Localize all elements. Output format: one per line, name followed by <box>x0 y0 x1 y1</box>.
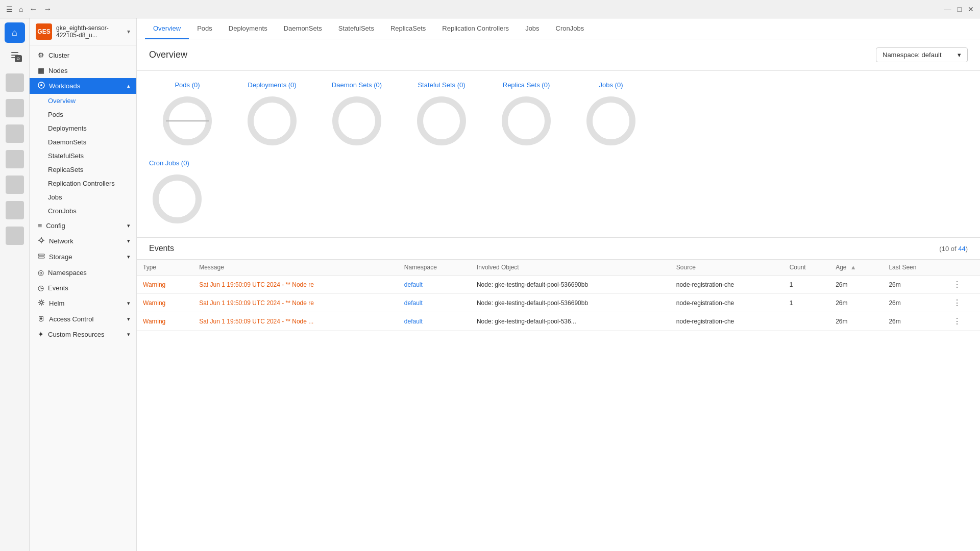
svg-line-20 <box>39 304 40 305</box>
tab-daemonsets[interactable]: DaemonSets <box>276 18 330 39</box>
events-section: Events (10 of 44) Type Message Namespace… <box>137 237 980 331</box>
row1-count: 1 <box>783 276 829 294</box>
sidebar-item-custom-resources[interactable]: ✦ Custom Resources ▾ <box>30 327 136 342</box>
sidebar-item-events[interactable]: ◷ Events <box>30 280 136 295</box>
svg-rect-11 <box>38 257 44 258</box>
sidebar-subitem-daemonsets[interactable]: DaemonSets <box>30 135 136 149</box>
events-count-link[interactable]: 44 <box>958 245 965 253</box>
sidebar-item-helm[interactable]: Helm ▾ <box>30 295 136 311</box>
workloads-chevron-icon: ▴ <box>127 83 130 89</box>
svg-rect-0 <box>11 52 18 53</box>
row3-type: Warning <box>137 312 193 331</box>
row2-namespace[interactable]: default <box>398 294 471 312</box>
donut-cron-jobs <box>149 171 205 227</box>
overview-header: Overview Namespace: default ▾ <box>137 39 980 71</box>
chart-link-replica-sets[interactable]: Replica Sets (0) <box>503 81 550 89</box>
chart-deployments: Deployments (0) <box>234 81 310 149</box>
content-area: Overview Namespace: default ▾ Pods (0) <box>137 39 980 551</box>
chart-link-daemon-sets[interactable]: Daemon Sets (0) <box>332 81 382 89</box>
chart-link-stateful-sets[interactable]: Stateful Sets (0) <box>418 81 465 89</box>
tab-replication-controllers[interactable]: Replication Controllers <box>434 18 517 39</box>
cluster-chevron-icon: ▾ <box>127 28 130 35</box>
sidebar-item-cluster[interactable]: ⚙ Cluster <box>30 47 136 63</box>
row1-involved-object: Node: gke-testing-default-pool-536690bb <box>471 276 670 294</box>
sidebar-subitem-overview[interactable]: Overview <box>30 94 136 108</box>
sidebar-item-label-cluster: Cluster <box>48 52 69 59</box>
tab-pods[interactable]: Pods <box>189 18 220 39</box>
cluster-selector[interactable]: GES gke_eighth-sensor-422105-d8_u... ▾ <box>30 18 136 45</box>
sidebar-subitem-deployments[interactable]: Deployments <box>30 121 136 135</box>
col-age[interactable]: Age ▲ <box>829 260 883 276</box>
row1-last-seen: 26m <box>883 276 947 294</box>
tab-bar: Overview Pods Deployments DaemonSets Sta… <box>137 18 980 39</box>
namespace-selector[interactable]: Namespace: default ▾ <box>876 47 968 62</box>
menu-icon[interactable]: ☰ <box>6 5 13 13</box>
tab-statefulsets[interactable]: StatefulSets <box>330 18 382 39</box>
row1-namespace[interactable]: default <box>398 276 471 294</box>
table-row: Warning Sat Jun 1 19:50:09 UTC 2024 - **… <box>137 312 980 331</box>
row2-actions[interactable]: ⋮ <box>947 294 980 312</box>
row3-actions[interactable]: ⋮ <box>947 312 980 331</box>
row1-actions[interactable]: ⋮ <box>947 276 980 294</box>
sidebar-subitem-pods[interactable]: Pods <box>30 108 136 121</box>
row1-age: 26m <box>829 276 883 294</box>
charts-grid: Pods (0) Deployments (0) Daemon Sets (0) <box>137 71 980 159</box>
sidebar-subitem-replication-controllers[interactable]: Replication Controllers <box>30 177 136 190</box>
chart-stateful-sets: Stateful Sets (0) <box>403 81 480 149</box>
sidebar-icon-home[interactable]: ⌂ <box>5 22 25 43</box>
namespaces-icon: ◎ <box>38 268 44 277</box>
sidebar-subitem-statefulsets[interactable]: StatefulSets <box>30 149 136 163</box>
sidebar-item-workloads[interactable]: Workloads ▴ <box>30 78 136 94</box>
row3-count <box>783 312 829 331</box>
sidebar-subitem-jobs[interactable]: Jobs <box>30 190 136 204</box>
overview-title: Overview <box>149 49 187 60</box>
sidebar-item-namespaces[interactable]: ◎ Namespaces <box>30 265 136 280</box>
sidebar-item-label-helm: Helm <box>49 299 64 307</box>
sidebar-subitem-replicasets[interactable]: ReplicaSets <box>30 163 136 177</box>
custom-resources-icon: ✦ <box>38 330 44 338</box>
sidebar-item-label-workloads: Workloads <box>49 82 80 90</box>
sidebar-item-label-access-control: Access Control <box>49 315 93 323</box>
tab-jobs[interactable]: Jobs <box>517 18 547 39</box>
chart-link-jobs[interactable]: Jobs (0) <box>599 81 623 89</box>
sidebar-icon-list[interactable]: ⚙ <box>5 45 25 65</box>
svg-point-25 <box>420 99 463 142</box>
row3-message: Sat Jun 1 19:50:09 UTC 2024 - ** Node ..… <box>193 312 398 331</box>
sidebar-item-config[interactable]: ≡ Config ▾ <box>30 218 136 233</box>
chart-link-deployments[interactable]: Deployments (0) <box>248 81 296 89</box>
cluster-icon: ⚙ <box>38 51 44 59</box>
svg-rect-10 <box>38 254 44 256</box>
maximize-button[interactable]: □ <box>958 5 962 13</box>
svg-line-19 <box>43 300 44 302</box>
back-button[interactable]: ← <box>29 5 37 14</box>
chart-link-cron-jobs[interactable]: Cron Jobs (0) <box>149 159 189 167</box>
sidebar-item-network[interactable]: Network ▾ <box>30 233 136 249</box>
title-bar: ☰ ⌂ ← → — □ ✕ <box>0 0 980 18</box>
helm-chevron-icon: ▾ <box>127 300 130 307</box>
sidebar-item-label-events: Events <box>48 284 68 292</box>
forward-button[interactable]: → <box>43 5 52 14</box>
donut-pods <box>159 93 215 149</box>
svg-point-4 <box>40 84 42 86</box>
svg-line-17 <box>39 300 40 302</box>
tab-replicasets[interactable]: ReplicaSets <box>382 18 434 39</box>
sidebar-item-access-control[interactable]: ⛨ Access Control ▾ <box>30 311 136 327</box>
cluster-name: gke_eighth-sensor-422105-d8_u... <box>56 24 123 39</box>
svg-point-27 <box>590 99 632 142</box>
tab-deployments[interactable]: Deployments <box>220 18 276 39</box>
close-button[interactable]: ✕ <box>968 5 974 13</box>
chart-daemon-sets: Daemon Sets (0) <box>318 81 395 149</box>
sidebar-item-nodes[interactable]: ▦ Nodes <box>30 63 136 78</box>
tab-overview[interactable]: Overview <box>145 18 189 39</box>
main-content: Overview Pods Deployments DaemonSets Sta… <box>137 18 980 551</box>
sidebar-subitem-cronjobs[interactable]: CronJobs <box>30 204 136 218</box>
row2-message: Sat Jun 1 19:50:09 UTC 2024 - ** Node re <box>193 294 398 312</box>
charts-row2: Cron Jobs (0) <box>137 159 980 237</box>
home-nav-icon[interactable]: ⌂ <box>19 5 23 13</box>
sidebar-item-storage[interactable]: Storage ▾ <box>30 249 136 265</box>
tab-cronjobs[interactable]: CronJobs <box>548 18 593 39</box>
minimize-button[interactable]: — <box>944 5 951 13</box>
sidebar-icon-placeholder-3 <box>6 124 24 143</box>
chart-link-pods[interactable]: Pods (0) <box>175 81 200 89</box>
row3-namespace[interactable]: default <box>398 312 471 331</box>
